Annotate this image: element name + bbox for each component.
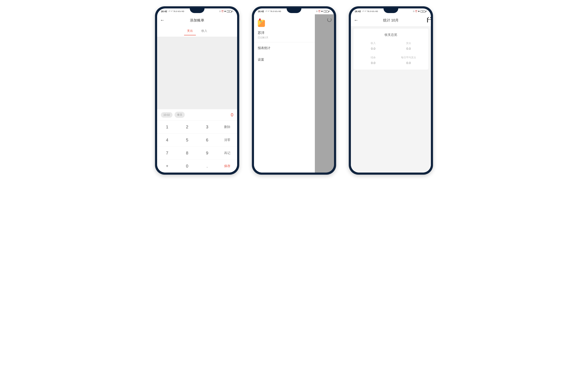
key-delete[interactable]: 删除 [217,120,237,133]
key-2[interactable]: 2 [177,120,197,133]
notch [190,8,205,13]
screen-stats: 16:42 ⁿᶦˡ ⁿᶦˡ 76.0 K/s HD ⦾ ⏰ ✱ 29 ϟ ← 统… [351,8,431,173]
stat-balance-value: 0.0 [356,61,391,65]
stat-income-value: 0.0 [356,47,391,50]
battery-icon: 29 [324,10,328,13]
signal-icon: ⁿᶦˡ ⁿᶦˡ [169,10,173,12]
tab-income[interactable]: 收入 [200,28,208,34]
phone-1: 16:42 ⁿᶦˡ ⁿᶦˡ 76.0 K/s HD ⦾ ⏰ ✱ 29 ϟ ← 添… [155,6,239,175]
amount-display: 0 [231,112,233,118]
signal-icon: ⁿᶦˡ ⁿᶦˡ [362,10,366,12]
type-tabs: 支出 收入 [157,26,237,37]
nav-drawer: 苏洋 已记账1天 报表统计 设置 [254,14,315,173]
net-speed: 76.0 K/s [173,10,181,12]
amount-row: 10-02 备注 0 [157,109,237,120]
status-icons: ⦾ ⏰ ✱ [413,10,420,12]
key-7[interactable]: 7 [157,146,177,159]
screen-drawer: 16:42 ⁿᶦˡ ⁿᶦˡ 76.0 K/s HD ⦾ ⏰ ✱ 29 ϟ 苏洋 … [254,8,334,173]
stat-avg: 每日平均支出 0.0 [391,56,426,65]
status-time: 16:42 [355,10,361,13]
key-clear[interactable]: 清零 [217,133,237,146]
stat-expense-value: 0.0 [391,47,426,50]
drawer-item-reports[interactable]: 报表统计 [254,42,315,54]
stat-expense: 支出 0.0 [391,42,426,50]
key-3[interactable]: 3 [197,120,217,133]
date-chip[interactable]: 10-02 [161,112,172,118]
key-dot[interactable]: . [197,159,217,173]
net-speed: 76.0 K/s [270,10,278,12]
key-save[interactable]: 保存 [217,159,237,173]
key-8[interactable]: 8 [177,146,197,159]
charging-icon: ϟ [232,10,233,12]
page-title: 统计 10月 [383,18,399,23]
stat-balance-label: 结余 [356,56,391,59]
header: ← 统计 10月 [351,14,431,26]
screen-add-bill: 16:42 ⁿᶦˡ ⁿᶦˡ 76.0 K/s HD ⦾ ⏰ ✱ 29 ϟ ← 添… [157,8,237,173]
refresh-icon[interactable] [327,18,332,22]
stat-avg-value: 0.0 [391,61,426,65]
status-time: 16:42 [161,10,167,13]
keypad: 1 2 3 删除 4 5 6 清零 7 8 9 再记 + 0 . 保存 [157,120,237,173]
hd-icon: HD [375,10,378,12]
calendar-button[interactable] [427,18,428,22]
overview-card: 收支总览 收入 0.0 支出 0.0 结余 0.0 每日平均 [353,29,428,70]
phone-2: 16:42 ⁿᶦˡ ⁿᶦˡ 76.0 K/s HD ⦾ ⏰ ✱ 29 ϟ 苏洋 … [252,6,336,175]
key-again[interactable]: 再记 [217,146,237,159]
hd-icon: HD [278,10,281,12]
key-0[interactable]: 0 [177,159,197,173]
page-title: 添加账单 [190,18,204,23]
key-6[interactable]: 6 [197,133,217,146]
signal-icon: ⁿᶦˡ ⁿᶦˡ [265,10,270,12]
drawer-header[interactable]: 苏洋 已记账1天 [254,14,315,42]
user-name: 苏洋 [258,31,311,35]
back-icon[interactable]: ← [160,17,165,23]
charging-icon: ϟ [329,10,330,12]
key-4[interactable]: 4 [157,133,177,146]
stat-income-label: 收入 [356,42,391,45]
key-5[interactable]: 5 [177,133,197,146]
hd-icon: HD [181,10,184,12]
tab-expense[interactable]: 支出 [186,28,194,34]
note-chip[interactable]: 备注 [175,112,185,118]
stat-avg-label: 每日平均支出 [391,56,426,59]
key-9[interactable]: 9 [197,146,217,159]
phone-3: 16:42 ⁿᶦˡ ⁿᶦˡ 76.0 K/s HD ⦾ ⏰ ✱ 29 ϟ ← 统… [349,6,433,175]
notch [287,8,301,13]
calendar-icon [427,18,428,23]
stat-expense-label: 支出 [391,42,426,45]
status-time: 16:42 [258,10,264,13]
battery-icon: 29 [421,10,425,13]
user-subtitle: 已记账1天 [258,36,311,39]
status-icons: ⦾ ⏰ ✱ [219,10,226,12]
status-icons: ⦾ ⏰ ✱ [316,10,323,12]
stat-balance: 结余 0.0 [356,56,391,65]
back-icon[interactable]: ← [354,17,358,23]
key-plus[interactable]: + [157,159,177,173]
charging-icon: ϟ [426,10,427,12]
avatar [258,20,265,27]
notch [383,8,398,13]
stats-grid: 收入 0.0 支出 0.0 结余 0.0 每日平均支出 0.0 [356,42,426,65]
stat-income: 收入 0.0 [356,42,391,50]
header: ← 添加账单 [157,14,237,26]
category-area[interactable] [157,37,237,109]
card-title: 收支总览 [356,33,426,37]
stats-body[interactable]: 收支总览 收入 0.0 支出 0.0 结余 0.0 每日平均 [351,26,431,173]
battery-icon: 29 [227,10,231,13]
key-1[interactable]: 1 [157,120,177,133]
net-speed: 76.0 K/s [367,10,375,12]
drawer-item-settings[interactable]: 设置 [254,54,315,66]
drawer-scrim[interactable] [315,14,334,173]
